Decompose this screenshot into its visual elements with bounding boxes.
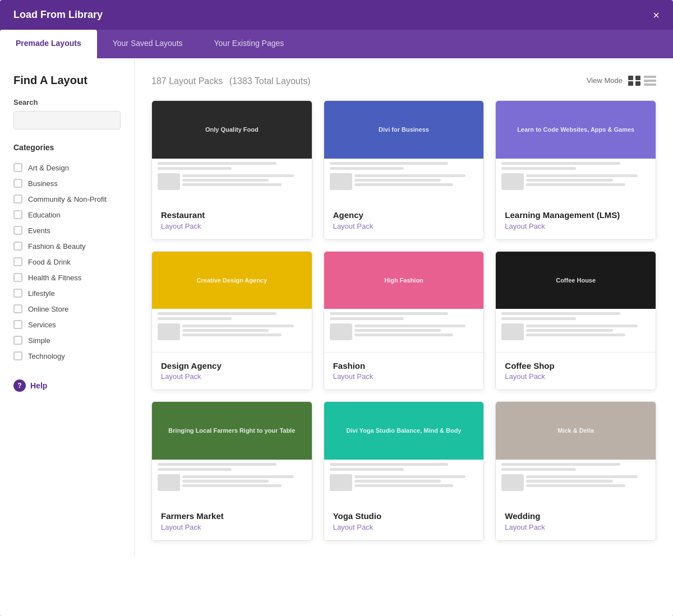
tabs-bar: Premade Layouts Your Saved Layouts Your … [0,30,673,58]
preview-bottom-coffee [496,309,656,352]
category-label-education: Education [28,211,61,219]
card-info-farmers: Farmers Market Layout Pack [152,503,312,540]
card-info-yoga: Yoga Studio Layout Pack [324,503,484,540]
card-preview-wedding: Mick & Della [496,402,656,503]
preview-bottom-fashion [324,309,484,352]
card-type-wedding: Layout Pack [505,523,647,531]
help-button[interactable]: ? Help [13,379,121,392]
svg-rect-4 [644,76,656,78]
card-type-agency: Layout Pack [333,222,475,230]
category-label-art: Art & Design [28,164,69,172]
card-preview-design-agency: Creative Design Agency [152,252,312,353]
svg-rect-6 [644,84,656,86]
category-checkbox-lifestyle[interactable] [13,289,22,298]
search-input[interactable] [13,111,121,129]
category-checkbox-services[interactable] [13,320,22,329]
category-checkbox-health[interactable] [13,273,22,282]
tab-saved[interactable]: Your Saved Layouts [97,30,199,58]
categories-list: Art & Design Business Community & Non-Pr… [13,160,121,364]
card-name-farmers: Farmers Market [161,511,303,522]
card-type-fashion: Layout Pack [333,372,475,381]
layout-card-coffee[interactable]: Coffee House [495,251,656,391]
help-icon: ? [13,379,26,392]
category-checkbox-community[interactable] [13,194,22,203]
modal-title: Load From Library [13,9,103,21]
layout-card-farmers[interactable]: Bringing Local Farmers Right to your Tab… [151,401,312,541]
preview-bottom-design-agency [152,309,312,352]
modal-container: Load From Library × Premade Layouts Your… [0,0,673,616]
layout-card-wedding[interactable]: Mick & Della [495,401,656,541]
card-name-restaurant: Restaurant [161,210,303,221]
grid-view-icon[interactable] [628,76,640,86]
search-label: Search [13,98,121,106]
category-item-health[interactable]: Health & Fitness [13,270,121,285]
card-preview-yoga: Divi Yoga Studio Balance, Mind & Body [324,402,484,503]
card-info-design-agency: Design Agency Layout Pack [152,353,312,390]
card-preview-agency: Divi for Business [324,101,484,202]
category-item-community[interactable]: Community & Non-Profit [13,191,121,207]
card-name-agency: Agency [333,210,475,221]
layout-card-fashion[interactable]: High Fashion [324,251,485,391]
preview-top-restaurant: Only Quality Food [152,101,312,159]
category-item-business[interactable]: Business [13,175,121,191]
category-checkbox-simple[interactable] [13,336,22,345]
category-item-food[interactable]: Food & Drink [13,254,121,270]
layout-card-restaurant[interactable]: Only Quality Food [151,100,312,240]
card-info-wedding: Wedding Layout Pack [496,503,656,540]
preview-top-lms: Learn to Code Websites, Apps & Games [496,101,656,159]
card-preview-restaurant: Only Quality Food [152,101,312,202]
category-checkbox-art[interactable] [13,163,22,172]
card-info-restaurant: Restaurant Layout Pack [152,202,312,239]
category-item-services[interactable]: Services [13,317,121,332]
card-name-yoga: Yoga Studio [333,511,475,522]
category-label-fashion: Fashion & Beauty [28,242,86,251]
category-checkbox-food[interactable] [13,257,22,266]
view-icons [628,76,656,86]
total-layouts: (1383 Total Layouts) [229,76,311,86]
main-content: Find A Layout Search Categories Art & De… [0,58,673,557]
preview-bottom-wedding [496,460,656,503]
close-button[interactable]: × [653,10,660,21]
list-view-icon[interactable] [644,76,656,86]
category-checkbox-online-store[interactable] [13,304,22,313]
category-label-community: Community & Non-Profit [28,195,107,203]
grid-header: 187 Layout Packs (1383 Total Layouts) Vi… [151,74,656,87]
grid-count: 187 Layout Packs (1383 Total Layouts) [151,74,310,87]
tab-premade[interactable]: Premade Layouts [0,30,97,58]
svg-rect-0 [628,76,633,80]
layout-card-agency[interactable]: Divi for Business [324,100,485,240]
category-item-lifestyle[interactable]: Lifestyle [13,285,121,301]
category-item-fashion[interactable]: Fashion & Beauty [13,238,121,254]
card-name-fashion: Fashion [333,360,475,372]
layout-card-design-agency[interactable]: Creative Design Agency [151,251,312,391]
category-label-simple: Simple [28,336,50,345]
category-item-simple[interactable]: Simple [13,332,121,348]
category-checkbox-technology[interactable] [13,351,22,360]
category-label-online-store: Online Store [28,305,68,313]
category-item-education[interactable]: Education [13,207,121,223]
modal-header: Load From Library × [0,0,673,30]
category-item-events[interactable]: Events [13,223,121,238]
card-preview-coffee: Coffee House [496,252,656,353]
category-checkbox-fashion[interactable] [13,242,22,251]
card-info-lms: Learning Management (LMS) Layout Pack [496,202,656,239]
layout-card-lms[interactable]: Learn to Code Websites, Apps & Games [495,100,656,240]
tab-existing[interactable]: Your Existing Pages [199,30,300,58]
preview-top-design-agency: Creative Design Agency [152,252,312,309]
category-item-technology[interactable]: Technology [13,348,121,364]
card-type-lms: Layout Pack [505,222,647,230]
card-preview-farmers: Bringing Local Farmers Right to your Tab… [152,402,312,503]
layout-pack-count: 187 Layout Packs [151,76,223,86]
card-preview-lms: Learn to Code Websites, Apps & Games [496,101,656,202]
card-type-design-agency: Layout Pack [161,372,303,381]
category-checkbox-education[interactable] [13,210,22,219]
category-checkbox-business[interactable] [13,179,22,188]
category-checkbox-events[interactable] [13,226,22,235]
card-name-lms: Learning Management (LMS) [505,210,647,221]
card-name-coffee: Coffee Shop [505,360,647,372]
layout-card-yoga[interactable]: Divi Yoga Studio Balance, Mind & Body [324,401,485,541]
card-name-design-agency: Design Agency [161,360,303,372]
category-item-art[interactable]: Art & Design [13,160,121,175]
category-item-online-store[interactable]: Online Store [13,301,121,317]
help-label: Help [30,381,47,390]
